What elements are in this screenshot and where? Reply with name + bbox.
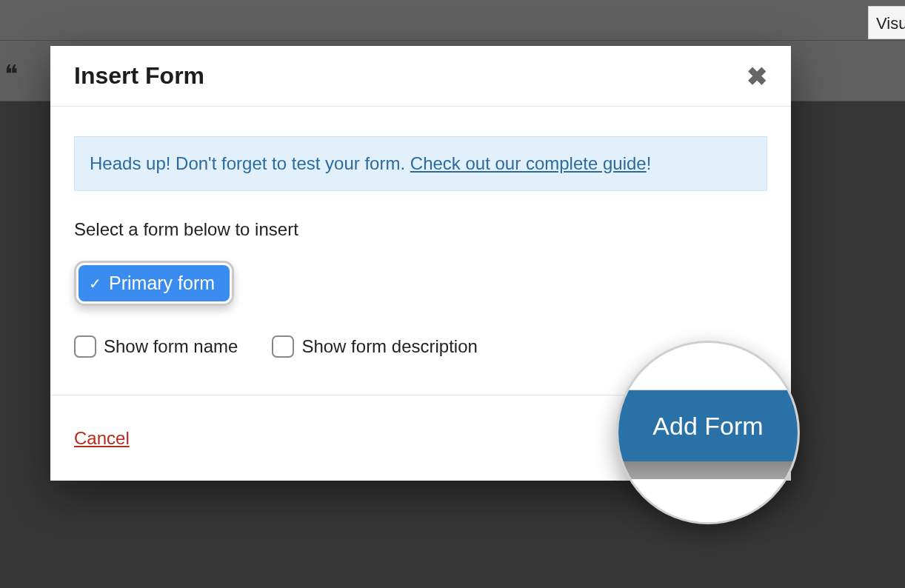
notice-link[interactable]: Check out our complete guide <box>410 153 647 173</box>
magnifier-callout: Add Form <box>616 341 800 524</box>
checkbox-icon[interactable] <box>74 335 96 358</box>
checkbox-label: Show form name <box>104 336 238 357</box>
notice-banner: Heads up! Don't forget to test your form… <box>74 136 767 191</box>
form-select[interactable]: ✓ Primary form <box>79 265 230 301</box>
checkmark-icon: ✓ <box>89 275 101 293</box>
magnifier-add-form-button: Add Form <box>618 390 798 461</box>
checkbox-label: Show form description <box>301 336 477 357</box>
checkbox-icon[interactable] <box>272 335 294 358</box>
cancel-button[interactable]: Cancel <box>74 428 130 449</box>
magnifier-shadow <box>618 461 798 479</box>
close-icon[interactable]: ✖ <box>747 64 767 89</box>
form-select-wrap: ✓ Primary form <box>74 261 234 306</box>
blockquote-icon: ❝ <box>4 59 18 89</box>
select-form-label: Select a form below to insert <box>74 219 767 240</box>
checkbox-show-form-name[interactable]: Show form name <box>74 335 238 358</box>
modal-title: Insert Form <box>74 62 204 90</box>
form-select-value: Primary form <box>109 273 215 294</box>
checkbox-show-form-description[interactable]: Show form description <box>272 335 477 358</box>
modal-header: Insert Form ✖ <box>50 46 791 107</box>
notice-text: Heads up! Don't forget to test your form… <box>90 153 410 173</box>
notice-suffix: ! <box>647 153 652 173</box>
form-select-focus-ring: ✓ Primary form <box>74 261 234 306</box>
tab-visual[interactable]: Visu <box>868 6 905 39</box>
